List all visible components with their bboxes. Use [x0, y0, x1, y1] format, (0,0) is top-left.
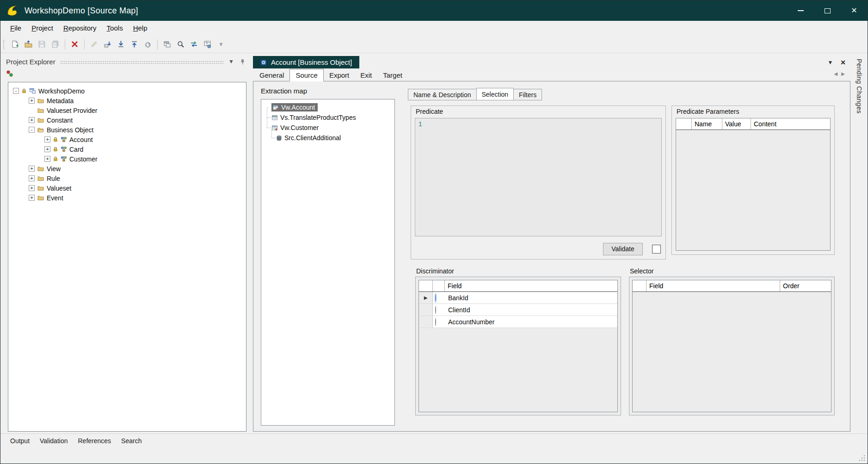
row-header-column — [676, 118, 692, 130]
tree-item-card[interactable]: + Card — [8, 144, 246, 154]
tab-filters[interactable]: Filters — [513, 89, 542, 100]
tree-item-business-object[interactable]: - Business Object — [8, 125, 246, 135]
tab-source[interactable]: Source — [289, 69, 324, 81]
tab-general[interactable]: General — [254, 70, 289, 81]
column-header-value[interactable]: Value — [722, 118, 751, 130]
tree-item-valueset-provider[interactable]: Valueset Provider — [8, 105, 246, 115]
tab-exit[interactable]: Exit — [355, 70, 377, 81]
toolbar-grip[interactable] — [3, 40, 6, 49]
field-cell[interactable]: BankId — [445, 294, 617, 302]
overflow-icon — [218, 42, 224, 47]
tab-export[interactable]: Export — [324, 70, 355, 81]
compare-button[interactable] — [188, 38, 200, 50]
check-in-button[interactable] — [101, 38, 114, 50]
save-button[interactable] — [36, 38, 48, 50]
extraction-item-label: Vw.Customer — [280, 124, 319, 131]
column-header-content[interactable]: Content — [751, 118, 830, 130]
edit-button[interactable] — [88, 38, 100, 50]
selector-label: Selector — [630, 267, 653, 275]
predicate-editor[interactable]: 1 — [415, 118, 662, 236]
get-latest-button[interactable] — [115, 38, 127, 50]
tab-validation[interactable]: Validation — [35, 435, 73, 446]
undo-checkout-button[interactable] — [142, 38, 154, 50]
extraction-item-vw-customer[interactable]: Vw.Customer — [261, 123, 394, 133]
field-cell[interactable]: ClientId — [445, 306, 617, 314]
delete-button[interactable] — [68, 38, 81, 50]
tree-item-event[interactable]: + Event — [8, 193, 246, 203]
tab-name-description[interactable]: Name & Description — [408, 89, 477, 100]
extraction-item-vs-translateproducttypes[interactable]: Vs.TranslateProductTypes — [261, 112, 394, 123]
pending-changes-tab[interactable]: Pending Changes — [856, 59, 863, 114]
expand-icon[interactable]: + — [44, 146, 50, 152]
tree-item-valueset[interactable]: + Valueset — [8, 183, 246, 193]
column-header-order[interactable]: Order — [780, 280, 831, 291]
discriminator-row[interactable]: AccountNumber — [419, 316, 617, 328]
collapse-icon[interactable]: - — [29, 127, 35, 133]
extraction-item-vw-account[interactable]: Vw.Account — [261, 102, 394, 112]
project-tree: - WorkshopDemo + Metadata Valueset Provi… — [8, 82, 246, 432]
validate-checkbox[interactable] — [652, 245, 661, 254]
tab-selection[interactable]: Selection — [476, 88, 514, 100]
tree-item-customer[interactable]: + Customer — [8, 154, 246, 164]
expand-icon[interactable]: + — [29, 175, 35, 181]
tree-item-account[interactable]: + Account — [8, 135, 246, 144]
toolbar-separator — [157, 39, 158, 49]
minimize-button[interactable] — [787, 0, 814, 21]
radio-button[interactable] — [435, 294, 436, 302]
document-close-icon[interactable]: ✕ — [840, 59, 846, 66]
expand-icon[interactable]: + — [29, 185, 35, 191]
open-button[interactable] — [22, 38, 35, 50]
close-button[interactable]: ✕ — [841, 0, 868, 21]
column-header-field[interactable]: Field — [646, 280, 780, 291]
menu-file[interactable]: File — [5, 21, 26, 36]
expand-icon[interactable]: + — [29, 195, 35, 201]
menu-help[interactable]: Help — [128, 21, 153, 36]
search-button[interactable] — [174, 38, 187, 50]
toolbar-overflow-button[interactable] — [215, 38, 227, 50]
discriminator-row[interactable]: ClientId — [419, 304, 617, 316]
maximize-button[interactable] — [814, 0, 841, 21]
column-header-field[interactable]: Field — [445, 280, 617, 291]
chevron-down-icon[interactable]: ▼ — [228, 58, 234, 65]
tab-output[interactable]: Output — [5, 435, 35, 446]
expand-icon[interactable]: + — [29, 98, 35, 104]
expand-icon[interactable]: + — [44, 156, 50, 162]
tab-search[interactable]: Search — [116, 435, 147, 446]
document-tab-account[interactable]: Account [Business Object] — [253, 56, 359, 68]
validate-button[interactable]: Validate — [603, 243, 643, 255]
collapse-icon[interactable]: - — [13, 88, 19, 94]
properties-button[interactable] — [161, 38, 173, 50]
options-button[interactable] — [201, 38, 214, 50]
save-all-button[interactable] — [49, 38, 62, 50]
document-tabstrip: Account [Business Object] ▼ ✕ — [253, 56, 850, 68]
document-list-chevron-icon[interactable]: ▼ — [827, 59, 833, 66]
tree-item-view[interactable]: + View — [8, 164, 246, 173]
field-cell[interactable]: AccountNumber — [445, 318, 617, 326]
radio-button[interactable] — [435, 318, 436, 326]
pin-icon[interactable] — [240, 58, 246, 65]
extraction-map-tree: Vw.Account Vs.TranslateProductTypes Vw.C… — [261, 99, 395, 426]
tree-item-constant[interactable]: + Constant — [8, 115, 246, 125]
scroll-left-icon[interactable]: ◀ — [834, 71, 838, 76]
menu-tools[interactable]: Tools — [102, 21, 128, 36]
scroll-right-icon[interactable]: ▶ — [841, 71, 845, 76]
extraction-item-src-clientadditional[interactable]: Src.ClientAdditional — [261, 133, 394, 143]
put-button[interactable] — [128, 38, 141, 50]
tab-target[interactable]: Target — [377, 70, 408, 81]
radio-button[interactable] — [435, 306, 436, 314]
toolbar — [0, 36, 868, 53]
tree-item-metadata[interactable]: + Metadata — [8, 96, 246, 105]
business-object-icon — [61, 146, 67, 153]
expand-icon[interactable]: + — [44, 136, 50, 142]
tab-references[interactable]: References — [73, 435, 116, 446]
tree-item-workshopdemo[interactable]: - WorkshopDemo — [8, 86, 246, 96]
resize-grip[interactable] — [858, 454, 866, 462]
menu-project[interactable]: Project — [26, 21, 58, 36]
menu-repository[interactable]: Repository — [58, 21, 102, 36]
expand-icon[interactable]: + — [29, 117, 35, 123]
discriminator-row[interactable]: ▶ BankId — [419, 292, 617, 304]
new-button[interactable] — [9, 38, 21, 50]
expand-icon[interactable]: + — [29, 166, 35, 172]
column-header-name[interactable]: Name — [692, 118, 722, 130]
tree-item-rule[interactable]: + Rule — [8, 173, 246, 183]
